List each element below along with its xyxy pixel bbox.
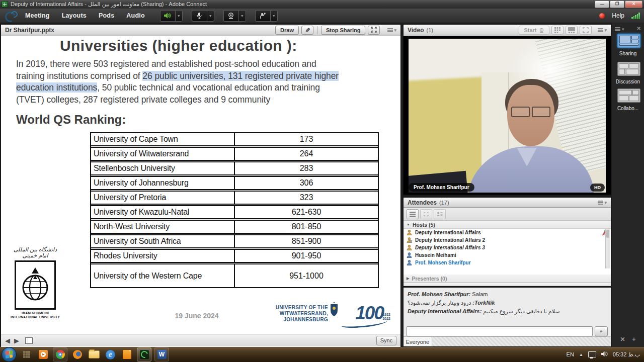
video-fullscreen-button[interactable]	[580, 26, 592, 35]
previous-slide-button[interactable]: ◀	[5, 337, 10, 344]
media-player-icon	[39, 350, 48, 359]
pen-icon: ✎	[304, 28, 311, 33]
orange-app-icon	[123, 350, 131, 359]
speaker-icon[interactable]	[160, 10, 175, 22]
clock[interactable]: 05:32 ب.ظ	[613, 351, 640, 358]
layout-thumb-discussion[interactable]	[617, 62, 640, 76]
word-icon: W	[157, 350, 167, 359]
chat-input[interactable]	[407, 326, 593, 336]
tab-everyone[interactable]: Everyone	[404, 337, 432, 346]
video-pod: Video (1) Start ▾	[403, 24, 611, 195]
start-button[interactable]	[2, 347, 17, 362]
slide-date: 19 June 2024	[169, 312, 225, 320]
draw-button[interactable]: Draw	[275, 26, 299, 35]
tray-expand-icon[interactable]: ▲	[579, 352, 583, 357]
chat-sender: Prof. Mohsen Sharifpur:	[408, 291, 470, 297]
attendee-list-view-button[interactable]	[407, 209, 419, 219]
menu-meeting[interactable]: Meeting	[19, 10, 56, 22]
taskbar-media-player[interactable]	[36, 348, 50, 361]
pointer-annotation-button[interactable]: ✎	[301, 26, 313, 35]
participant-icon	[407, 260, 412, 265]
start-webcam-button[interactable]: Start	[519, 26, 549, 35]
sidebar-close-icon[interactable]: ✕	[637, 26, 641, 31]
menu-layouts[interactable]: Layouts	[56, 10, 93, 22]
attendees-scrollbar[interactable]	[605, 229, 610, 268]
raise-hand-dropdown[interactable]: ▼	[270, 10, 278, 22]
delete-layout-icon[interactable]: ✕	[620, 336, 625, 343]
raise-hand-control[interactable]: ▼	[255, 10, 278, 22]
participant-icon	[407, 252, 412, 258]
hosts-section-header[interactable]: ▼ Hosts (5)	[404, 221, 611, 229]
attendee-row[interactable]: Deputy International Affairs 2	[404, 236, 611, 244]
sync-button[interactable]: Sync	[376, 336, 396, 345]
taskbar-chrome[interactable]	[53, 347, 67, 361]
slide-title: Universities (higher education ):	[60, 37, 297, 54]
attendee-status-view-button[interactable]	[434, 209, 446, 219]
microphone-dropdown[interactable]: ▼	[207, 10, 214, 22]
wits-shield-icon	[329, 302, 339, 319]
microphone-icon[interactable]	[192, 10, 207, 22]
table-row: Rhodes University901-950	[91, 250, 378, 264]
host-icon	[407, 245, 412, 250]
add-layout-icon[interactable]: +	[632, 336, 636, 343]
taskbar-word[interactable]: W	[154, 347, 169, 361]
hd-badge: HD	[590, 184, 605, 192]
help-menu[interactable]: Help	[612, 12, 624, 19]
webcam-icon[interactable]	[223, 10, 238, 22]
microphone-control[interactable]: ▼	[192, 10, 214, 22]
video-pod-menu-button[interactable]: ▾	[598, 28, 607, 33]
webcam-dropdown[interactable]: ▼	[238, 10, 246, 22]
attendee-row[interactable]: Deputy International Affairs	[404, 229, 611, 236]
taskbar-orange-app[interactable]	[120, 348, 134, 361]
volume-icon[interactable]	[601, 351, 608, 358]
attendee-row[interactable]: Hussein Meihami	[404, 251, 611, 259]
menu-audio[interactable]: Audio	[120, 10, 150, 22]
window-titlebar: Deputy of International Affairs - معاونت…	[0, 0, 644, 9]
pod-menu-icon	[387, 30, 393, 31]
language-indicator[interactable]: EN	[567, 351, 574, 357]
minimize-button[interactable]: —	[595, 1, 609, 8]
close-button[interactable]: ✕	[625, 1, 642, 8]
taskbar-internet-explorer[interactable]: e	[104, 348, 117, 361]
taskbar-adobe-connect[interactable]	[137, 347, 151, 361]
connection-status-icon[interactable]	[631, 13, 640, 19]
speaker-dropdown[interactable]: ▼	[175, 10, 183, 22]
menu-pods[interactable]: Pods	[93, 10, 120, 22]
maximize-button[interactable]: ❐	[610, 1, 624, 8]
send-message-button[interactable]	[595, 326, 608, 336]
presenters-section-header[interactable]: ▶ Presenters (0)	[404, 275, 611, 283]
speaker-control[interactable]: ▼	[160, 10, 183, 22]
stop-sharing-button[interactable]: Stop Sharing	[321, 26, 365, 35]
filmstrip-view-icon	[568, 27, 575, 33]
filmstrip-view-button[interactable]	[566, 26, 578, 35]
host-icon	[407, 230, 412, 235]
network-icon[interactable]	[588, 351, 596, 357]
sidebar-menu-button[interactable]: ▾	[615, 27, 624, 32]
table-row: University of Johannesburg306	[91, 177, 378, 192]
attendees-pod-menu-button[interactable]: ▾	[598, 200, 607, 205]
participants-section-clipped	[404, 283, 611, 286]
share-pod-menu-button[interactable]: ▾	[387, 28, 396, 33]
attendee-row[interactable]: Deputy International Affairs 3	[404, 244, 611, 251]
taskbar-firefox[interactable]	[70, 348, 84, 361]
layout-thumb-collaboration[interactable]	[617, 88, 640, 103]
attendee-row[interactable]: Prof. Mohsen Sharifpur	[404, 259, 611, 266]
taskbar-file-explorer[interactable]	[87, 348, 101, 361]
next-slide-button[interactable]: ▶	[14, 337, 19, 344]
chat-sender: Deputy International Affairs:	[408, 308, 481, 314]
breakout-view-button[interactable]	[420, 209, 432, 219]
scrollbar-thumb[interactable]	[606, 230, 609, 238]
attendees-toolbar	[404, 208, 611, 221]
webcam-control[interactable]: ▼	[223, 10, 246, 22]
layout-label-discussion: Discussion	[612, 79, 644, 84]
show-desktop-button[interactable]	[20, 348, 33, 361]
firefox-icon	[73, 350, 82, 359]
table-row: University of South Africa851-900	[91, 235, 378, 250]
highlighted-text: 26 public universities, 131 registered p…	[142, 71, 339, 81]
collapse-triangle-icon: ▼	[407, 223, 410, 226]
grid-view-button[interactable]	[551, 26, 564, 35]
layout-thumb-sharing[interactable]	[617, 34, 640, 48]
sidebar-toggle-icon[interactable]	[25, 337, 33, 344]
fullscreen-button[interactable]	[368, 26, 380, 35]
raise-hand-icon[interactable]	[255, 10, 270, 22]
